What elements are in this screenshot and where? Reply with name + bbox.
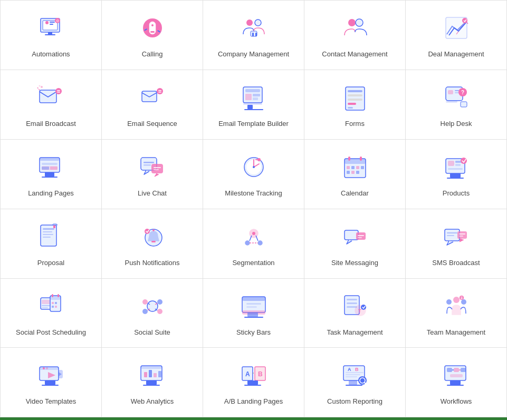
svg-rect-96: [43, 234, 53, 235]
svg-rect-75: [345, 159, 366, 164]
svg-rect-129: [55, 302, 57, 304]
product-item-custom-reporting[interactable]: A B Custom Reporting: [304, 348, 406, 417]
svg-rect-47: [348, 107, 353, 109]
svg-rect-144: [246, 303, 261, 305]
site-messaging-label: Site Messaging: [331, 259, 378, 268]
svg-point-25: [55, 88, 62, 94]
calendar-label: Calendar: [341, 189, 369, 198]
svg-point-106: [258, 241, 262, 245]
svg-rect-162: [40, 367, 59, 370]
product-item-landing-pages[interactable]: Landing Pages: [1, 140, 102, 209]
svg-point-163: [43, 367, 45, 369]
product-item-sticky-bars[interactable]: Sticky Bars: [203, 279, 304, 348]
product-item-segmentation[interactable]: Segmentation: [203, 209, 304, 279]
proposal-icon: [34, 220, 68, 253]
svg-rect-66: [144, 164, 151, 166]
svg-rect-117: [457, 231, 467, 239]
sms-broadcast-icon: [439, 220, 473, 253]
svg-point-72: [253, 166, 255, 168]
svg-rect-175: [154, 373, 157, 377]
live-chat-icon: [136, 150, 169, 184]
svg-rect-159: [461, 297, 463, 298]
svg-rect-166: [45, 380, 55, 385]
product-item-help-desk[interactable]: ? Help Desk: [406, 70, 507, 140]
svg-point-21: [356, 19, 363, 26]
svg-rect-205: [447, 385, 464, 386]
product-item-automations[interactable]: ⚙ Automations: [1, 1, 102, 70]
site-messaging-icon: [338, 220, 372, 253]
svg-point-155: [453, 297, 460, 303]
social-post-scheduling-label: Social Post Scheduling: [16, 328, 86, 337]
product-item-forms[interactable]: Forms: [304, 70, 406, 140]
product-item-products[interactable]: Products: [406, 140, 507, 209]
svg-rect-38: [253, 97, 258, 100]
svg-rect-116: [447, 235, 454, 236]
svg-rect-127: [58, 294, 59, 297]
product-item-push-notifications[interactable]: Push Notifications: [102, 209, 203, 279]
contact-management-label: Contact Management: [322, 50, 387, 59]
svg-rect-37: [253, 94, 260, 96]
product-item-video-templates[interactable]: Video Templates: [1, 348, 102, 417]
product-item-ab-landing-pages[interactable]: A B A/B Landing Pages: [203, 348, 304, 417]
social-suite-icon: [136, 289, 169, 323]
svg-rect-5: [48, 32, 52, 34]
product-item-team-management[interactable]: Team Management: [406, 279, 507, 348]
ab-landing-pages-label: A/B Landing Pages: [224, 397, 283, 406]
svg-rect-57: [40, 158, 60, 161]
svg-rect-69: [154, 169, 159, 170]
product-item-site-messaging[interactable]: Site Messaging: [304, 209, 406, 279]
email-sequence-icon: [136, 81, 169, 114]
svg-rect-176: [158, 371, 161, 377]
svg-rect-100: [151, 241, 156, 242]
landing-pages-label: Landing Pages: [28, 189, 74, 198]
svg-rect-118: [459, 233, 465, 235]
svg-rect-51: [455, 92, 459, 93]
product-item-workflows[interactable]: Workflows: [406, 348, 507, 417]
product-item-email-template-builder[interactable]: Email Template Builder: [203, 70, 304, 140]
product-item-calling[interactable]: Calling: [102, 1, 203, 70]
proposal-label: Proposal: [37, 259, 64, 268]
svg-text:⚙: ⚙: [56, 19, 59, 23]
product-item-task-management[interactable]: T Task Management: [304, 279, 406, 348]
svg-rect-167: [42, 385, 59, 386]
product-item-company-management[interactable]: Company Management: [203, 1, 304, 70]
sticky-bars-label: Sticky Bars: [236, 328, 271, 337]
product-item-social-post-scheduling[interactable]: Social Post Scheduling: [1, 279, 102, 348]
svg-rect-185: [244, 385, 261, 386]
svg-rect-195: [349, 380, 357, 385]
calling-label: Calling: [142, 50, 163, 59]
svg-rect-95: [43, 231, 52, 232]
workflows-icon: [439, 358, 473, 392]
product-item-web-analytics[interactable]: Web Analytics: [102, 348, 203, 417]
product-item-email-sequence[interactable]: Email Sequence: [102, 70, 203, 140]
product-item-email-broadcast[interactable]: Email Broadcast: [1, 70, 102, 140]
segmentation-icon: [237, 220, 271, 253]
svg-rect-4: [50, 24, 53, 25]
svg-rect-44: [348, 94, 362, 96]
product-item-social-suite[interactable]: Social Suite: [102, 279, 203, 348]
product-item-sms-broadcast[interactable]: SMS Broadcast: [406, 209, 507, 279]
svg-rect-115: [447, 232, 457, 233]
svg-rect-24: [40, 90, 56, 103]
product-item-proposal[interactable]: Proposal: [1, 209, 102, 279]
svg-text:A: A: [348, 367, 351, 372]
svg-point-101: [152, 229, 155, 231]
svg-rect-177: [146, 380, 157, 385]
task-management-label: Task Management: [327, 328, 382, 337]
product-item-milestone-tracking[interactable]: Milestone Tracking: [203, 140, 304, 209]
product-item-calendar[interactable]: Calendar: [304, 140, 406, 209]
email-template-builder-icon: [237, 81, 271, 114]
landing-pages-icon: [34, 150, 68, 184]
product-item-contact-management[interactable]: Contact Management: [304, 1, 406, 70]
milestone-tracking-label: Milestone Tracking: [225, 189, 282, 198]
svg-rect-82: [347, 171, 350, 174]
svg-point-102: [145, 229, 150, 234]
product-item-deal-management[interactable]: Deal Management: [406, 1, 507, 70]
live-chat-label: Live Chat: [138, 189, 167, 198]
svg-rect-32: [158, 90, 161, 91]
svg-rect-191: [346, 376, 357, 377]
svg-rect-27: [57, 92, 60, 93]
product-item-live-chat[interactable]: Live Chat: [102, 140, 203, 209]
company-management-label: Company Management: [218, 50, 289, 59]
deal-management-label: Deal Management: [428, 50, 484, 59]
